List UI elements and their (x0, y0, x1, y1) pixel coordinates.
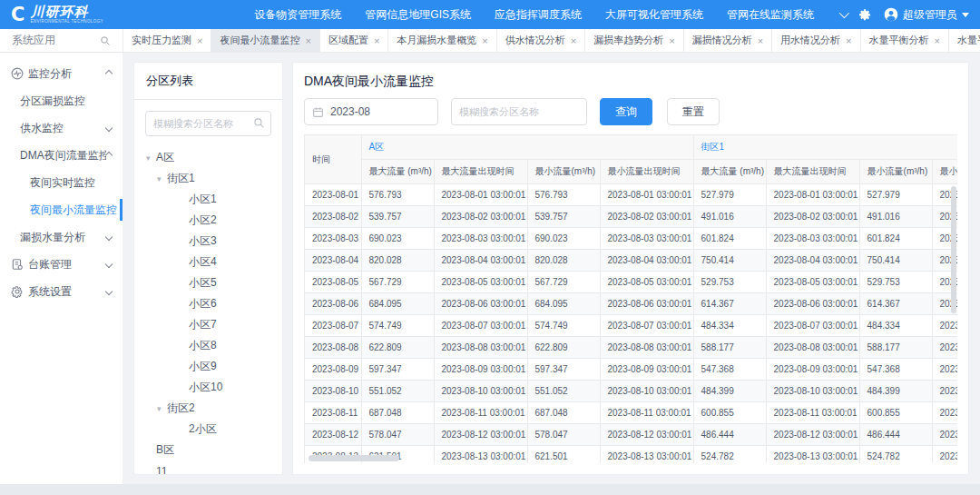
cell-value: 578.047 (527, 424, 600, 446)
month-picker[interactable]: 2023-08 (304, 98, 438, 125)
tree-node-小区2[interactable]: 小区2 (145, 210, 271, 231)
tree-node-11[interactable]: 11 (145, 460, 271, 474)
cell-value: 2023-08-09 03:00:01 (434, 359, 527, 381)
tab-用水情况分析[interactable]: 用水情况分析× (772, 29, 860, 52)
chevron-down-icon (105, 261, 113, 268)
sidebar: 系统应用 监控分析分区漏损监控供水监控DMA夜间流量监控夜间实时监控夜间最小流量… (0, 29, 122, 484)
sidebar-item-DMA夜间流量监控[interactable]: DMA夜间流量监控 (0, 142, 122, 169)
tab-水量平衡分析[interactable]: 水量平衡分析× (861, 29, 949, 52)
tab-close-icon[interactable]: × (846, 35, 851, 46)
tree-node-小区6[interactable]: 小区6 (145, 293, 271, 314)
tab-label: 区域配置 (328, 34, 368, 47)
tab-实时压力监测[interactable]: 实时压力监测× (123, 29, 211, 52)
settings-gear-icon[interactable] (858, 8, 872, 22)
cell-value: 2023-08-08 03:00:01 (932, 337, 957, 359)
tree-node-2小区[interactable]: 2小区 (145, 419, 271, 440)
partition-search-icon[interactable] (253, 117, 265, 129)
tree-node-小区5[interactable]: 小区5 (145, 272, 271, 293)
sidebar-search-icon[interactable] (100, 35, 111, 46)
reset-button[interactable]: 重置 (667, 98, 720, 125)
tab-漏损情况分析[interactable]: 漏损情况分析× (684, 29, 772, 52)
cell-value: 2023-08-12 03:00:01 (766, 424, 859, 446)
gear-icon (11, 285, 24, 298)
sidebar-item-系统设置[interactable]: 系统设置 (0, 278, 122, 305)
tab-close-icon[interactable]: × (758, 35, 763, 46)
tab-close-icon[interactable]: × (935, 35, 940, 46)
caret-down-icon[interactable]: ▾ (157, 174, 167, 183)
cell-date: 2023-08-03 (305, 228, 361, 250)
tree-node-小区4[interactable]: 小区4 (145, 252, 271, 272)
tree-node-label: 小区7 (189, 317, 217, 332)
user-menu[interactable]: 超级管理员 (884, 7, 969, 23)
cell-value: 2023-08-02 03:00:01 (434, 206, 527, 228)
tab-本月漏损水量概览[interactable]: 本月漏损水量概览× (388, 29, 496, 52)
tree-node-街区1[interactable]: ▾街区1 (145, 168, 271, 189)
cell-value: 484.399 (859, 381, 932, 402)
cell-value: 484.399 (693, 381, 766, 402)
horizontal-scrollbar[interactable] (309, 455, 399, 461)
nav-system-item-1[interactable]: 设备物资管理系统 (254, 7, 341, 23)
tree-node-小区9[interactable]: 小区9 (145, 356, 271, 377)
sidebar-item-分区漏损监控[interactable]: 分区漏损监控 (0, 87, 122, 114)
caret-down-icon[interactable]: ▾ (157, 404, 167, 413)
tree-node-B区[interactable]: B区 (145, 440, 271, 460)
tree-node-label: 小区4 (189, 254, 217, 270)
table-row: 2023-08-01576.7932023-08-01 03:00:01576.… (305, 184, 957, 206)
tab-close-icon[interactable]: × (482, 35, 487, 46)
tab-close-icon[interactable]: × (197, 35, 202, 46)
tab-漏损率趋势分析[interactable]: 漏损率趋势分析× (585, 29, 683, 52)
zone-search-input[interactable] (451, 98, 587, 125)
table-row: 2023-08-11687.0482023-08-11 03:00:01687.… (305, 402, 957, 424)
tree-node-小区7[interactable]: 小区7 (145, 314, 271, 335)
cell-value: 601.824 (859, 228, 932, 250)
cell-date: 2023-08-12 (305, 424, 361, 446)
tab-close-icon[interactable]: × (305, 35, 310, 46)
more-systems-chevron-icon[interactable] (839, 8, 849, 18)
nav-system-item-4[interactable]: 大屏可视化管理系统 (605, 7, 703, 23)
tab-水量平衡分析填报[interactable]: 水量平衡分析填报× (949, 29, 980, 52)
tab-区域配置[interactable]: 区域配置× (320, 29, 388, 52)
cell-value: 750.414 (859, 250, 932, 272)
sidebar-item-供水监控[interactable]: 供水监控 (0, 114, 122, 142)
nav-system-item-5[interactable]: 管网在线监测系统 (727, 7, 814, 23)
cell-value: 588.177 (693, 337, 766, 359)
cell-value: 2023-08-10 03:00:01 (600, 381, 693, 402)
tree-node-街区2[interactable]: ▾街区2 (145, 398, 271, 419)
sidebar-item-台账管理[interactable]: 台账管理 (0, 251, 122, 278)
ledger-icon (11, 258, 24, 271)
table-sub-header-row: 最大流量 (m³/h)最大流量出现时间最小流量(m³/h)最小流量出现时间最大流… (305, 160, 957, 184)
group-header-街区1[interactable]: 街区1 (693, 135, 957, 160)
tab-供水情况分析[interactable]: 供水情况分析× (497, 29, 585, 52)
tab-label: 本月漏损水量概览 (397, 34, 476, 47)
sidebar-item-漏损水量分析[interactable]: 漏损水量分析 (0, 223, 122, 251)
group-header-A区[interactable]: A区 (361, 135, 693, 160)
sidebar-item-夜间实时监控[interactable]: 夜间实时监控 (0, 169, 122, 196)
tree-node-小区8[interactable]: 小区8 (145, 335, 271, 356)
nav-system-item-2[interactable]: 管网信息地理GIS系统 (365, 7, 471, 23)
tree-node-label: 2小区 (189, 421, 217, 437)
table-row: 2023-08-10551.0522023-08-10 03:00:01551.… (305, 381, 957, 402)
sidebar-item-夜间最小流量监控[interactable]: 夜间最小流量监控 (0, 196, 122, 223)
tab-夜间最小流量监控[interactable]: 夜间最小流量监控× (211, 29, 319, 52)
table-row: 2023-08-09597.3472023-08-09 03:00:01597.… (305, 359, 957, 381)
tree-node-小区10[interactable]: 小区10 (145, 377, 271, 398)
tab-close-icon[interactable]: × (374, 35, 379, 46)
cell-value: 597.347 (361, 359, 434, 381)
tab-close-icon[interactable]: × (571, 35, 576, 46)
cell-value: 2023-08-08 03:00:01 (434, 337, 527, 359)
tree-node-label: 小区3 (189, 233, 217, 249)
cell-value: 529.753 (859, 272, 932, 293)
query-button[interactable]: 查询 (600, 98, 652, 125)
sidebar-item-监控分析[interactable]: 监控分析 (0, 60, 122, 87)
cell-date: 2023-08-10 (305, 381, 361, 402)
tree-node-小区3[interactable]: 小区3 (145, 231, 271, 252)
cell-value: 576.793 (361, 184, 434, 206)
tree-node-A区[interactable]: ▾A区 (145, 147, 271, 168)
nav-system-item-3[interactable]: 应急指挥调度系统 (495, 7, 582, 23)
vertical-scrollbar[interactable] (951, 186, 956, 313)
tab-close-icon[interactable]: × (669, 35, 674, 46)
cell-value: 2023-08-06 03:00:01 (766, 293, 859, 315)
tree-node-小区1[interactable]: 小区1 (145, 189, 271, 210)
caret-down-icon[interactable]: ▾ (146, 153, 156, 163)
cell-value: 547.368 (859, 359, 932, 381)
